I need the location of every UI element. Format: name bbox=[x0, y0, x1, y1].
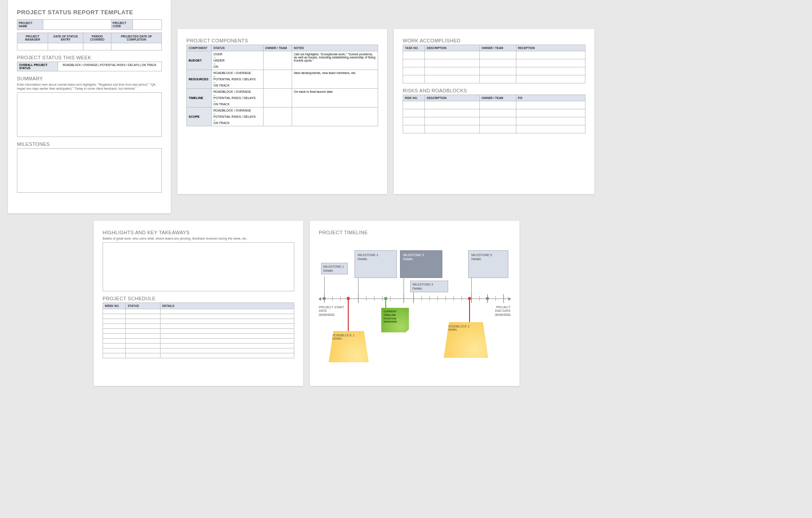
page-1-status-report: PROJECT STATUS REPORT TEMPLATE PROJECT N… bbox=[8, 0, 171, 9]
